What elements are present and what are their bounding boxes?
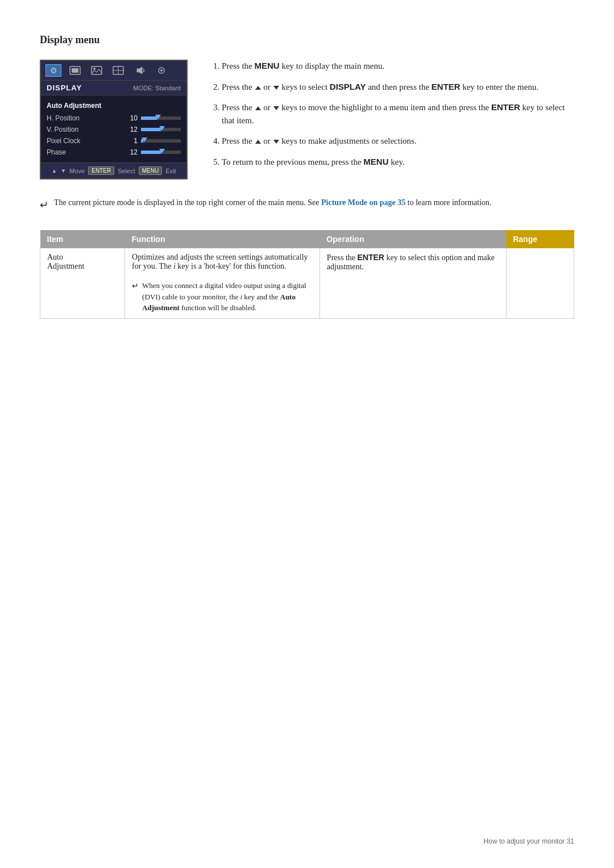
osd-move-label: Move [69, 168, 85, 174]
osd-footer: ▲ ▼ Move ENTER Select MENU Exit [41, 162, 186, 178]
osd-icon-picture [89, 64, 105, 77]
top-section: ⚙ [40, 60, 574, 180]
menu-key-1: MENU [255, 61, 280, 70]
osd-icon-layout [110, 64, 126, 77]
osd-arrow-down-icon: ▼ [60, 168, 66, 174]
osd-exit-label: Exit [165, 168, 176, 174]
osd-phase-value: 12 [122, 148, 138, 156]
osd-pclock-label: Pixel Clock [47, 137, 122, 145]
instructions-list: Press the MENU key to display the main m… [210, 60, 574, 168]
osd-hpos-fill [141, 116, 157, 120]
osd-pclock-marker [142, 137, 147, 142]
osd-vpos-fill [141, 128, 161, 131]
page-title: Display menu [40, 34, 574, 46]
note-box: ↵ The current picture mode is displayed … [40, 197, 574, 213]
osd-pclock-bar [141, 139, 181, 143]
osd-vpos-marker [159, 126, 165, 131]
arrow-up-icon-4 [255, 140, 261, 144]
osd-pclock-value: 1 [122, 137, 138, 145]
osd-hpos-marker [155, 115, 161, 119]
table-row: AutoAdjustment Optimizes and adjusts the… [40, 248, 574, 318]
osd-enter-key: ENTER [88, 166, 114, 175]
function-subnote: ↵ When you connect a digital video outpu… [132, 280, 313, 314]
note-icon: ↵ [40, 198, 48, 213]
enter-key-2: ENTER [432, 82, 460, 91]
osd-body: Auto Adjustment H. Position 10 V. Positi… [41, 95, 186, 162]
instruction-step-3: Press the or keys to move the highlight … [222, 101, 574, 127]
osd-icon-settings: ⚙ [45, 64, 61, 77]
table-cell-item: AutoAdjustment [40, 248, 125, 318]
osd-screen: ⚙ [40, 60, 188, 180]
osd-display-label: DISPLAY [47, 84, 82, 92]
osd-icons-row: ⚙ [41, 61, 186, 81]
display-key-2: DISPLAY [330, 82, 366, 91]
table-cell-operation: Press the ENTER key to select this optio… [320, 248, 506, 318]
arrow-down-icon-3 [273, 106, 279, 110]
svg-rect-2 [92, 66, 102, 74]
note-text: The current picture mode is displayed in… [54, 197, 492, 208]
osd-icon-display [67, 64, 83, 77]
note-link[interactable]: Picture Mode on page 35 [321, 198, 405, 207]
instruction-step-2: Press the or keys to select DISPLAY and … [222, 81, 574, 94]
osd-header: DISPLAY MODE: Standard [41, 81, 186, 95]
osd-row-hpos: H. Position 10 [47, 112, 181, 124]
osd-phase-label: Phase [47, 148, 122, 156]
page-footer: How to adjust your monitor 31 [484, 837, 574, 845]
instruction-step-5: To return to the previous menu, press th… [222, 156, 574, 169]
osd-mode-label: MODE: Standard [133, 85, 181, 91]
osd-icon-system [154, 64, 169, 77]
osd-select-label: Select [118, 168, 135, 174]
table-header-function: Function [125, 230, 320, 248]
osd-hpos-value: 10 [122, 114, 138, 122]
arrow-down-icon-4 [273, 140, 279, 144]
svg-point-3 [93, 68, 96, 70]
osd-vpos-bar [141, 128, 181, 131]
instruction-step-1: Press the MENU key to display the main m… [222, 60, 574, 73]
osd-auto-label: Auto Adjustment [47, 102, 181, 110]
svg-rect-1 [72, 68, 78, 73]
osd-row-auto: Auto Adjustment [47, 100, 181, 111]
table-header-operation: Operation [320, 230, 506, 248]
menu-key-5: MENU [363, 157, 388, 166]
instructions-section: Press the MENU key to display the main m… [210, 60, 574, 180]
enter-key-table: ENTER [358, 253, 384, 262]
table-cell-function: Optimizes and adjusts the screen setting… [125, 248, 320, 318]
osd-vpos-label: V. Position [47, 126, 122, 133]
osd-phase-bar [141, 151, 181, 154]
osd-menu-key: MENU [139, 166, 162, 175]
arrow-up-icon-3 [255, 106, 261, 110]
table-header-range: Range [506, 230, 574, 248]
osd-phase-fill [141, 151, 161, 154]
table-header-item: Item [40, 230, 125, 248]
arrow-up-icon-2 [255, 86, 261, 90]
osd-row-vpos: V. Position 12 [47, 124, 181, 135]
osd-hpos-bar [141, 116, 181, 120]
data-table: Item Function Operation Range AutoAdjust… [40, 230, 574, 319]
osd-vpos-value: 12 [122, 126, 138, 133]
osd-arrow-up-icon: ▲ [52, 168, 57, 174]
subnote-icon: ↵ [132, 280, 139, 292]
osd-hpos-label: H. Position [47, 114, 122, 122]
svg-point-9 [160, 69, 163, 72]
osd-row-pclock: Pixel Clock 1 [47, 135, 181, 147]
osd-row-phase: Phase 12 [47, 147, 181, 158]
subnote-text: When you connect a digital video output … [142, 280, 313, 314]
svg-marker-7 [137, 67, 142, 74]
instruction-step-4: Press the or keys to make adjustments or… [222, 135, 574, 148]
enter-key-3: ENTER [491, 102, 520, 112]
table-cell-range [506, 248, 574, 318]
arrow-down-icon-2 [273, 86, 279, 90]
osd-phase-marker [159, 149, 165, 153]
function-text: Optimizes and adjusts the screen setting… [132, 253, 308, 270]
osd-icon-audio [132, 64, 148, 77]
